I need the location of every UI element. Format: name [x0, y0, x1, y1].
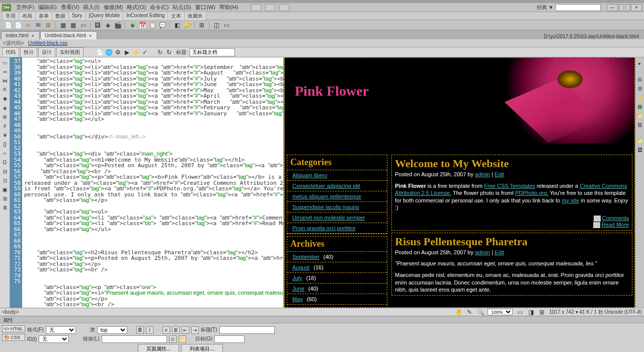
title-input[interactable]: [190, 48, 235, 56]
title-attr-input[interactable]: [219, 326, 275, 334]
mode-tab[interactable]: 表单: [35, 12, 52, 21]
files-panel-icon[interactable]: 📁: [636, 137, 643, 144]
panel-icon[interactable]: ▸: [636, 59, 643, 66]
format-select[interactable]: 无: [46, 326, 76, 334]
view-split-button[interactable]: 拆分: [20, 47, 37, 57]
vt-icon[interactable]: ▣: [1, 185, 9, 193]
link-input[interactable]: [102, 335, 167, 343]
related-source-label[interactable]: <源代码>: [3, 40, 24, 47]
vt-icon[interactable]: {}: [1, 140, 9, 148]
vt-icon[interactable]: ❦: [1, 131, 9, 139]
close-button[interactable]: ×: [631, 4, 642, 11]
archive-item[interactable]: September(40): [287, 252, 387, 262]
mode-tab[interactable]: 文本: [168, 12, 185, 21]
toolbar-icon[interactable]: 📄: [14, 21, 22, 29]
point-to-file-icon[interactable]: ⊙: [169, 335, 177, 343]
toolbar-icon[interactable]: ▭: [79, 21, 87, 29]
mode-tab[interactable]: 数据: [52, 12, 69, 21]
minimize-button[interactable]: —: [607, 4, 618, 11]
related-css-file[interactable]: Untitled-black.css: [28, 40, 67, 46]
browse-icon[interactable]: 📁: [179, 335, 186, 343]
menu-dropdown1[interactable]: [251, 4, 261, 11]
layout-label[interactable]: 经典 ▼: [537, 4, 553, 11]
menu-item[interactable]: 文件(F): [14, 3, 36, 12]
close-tab-icon[interactable]: ×: [89, 33, 92, 38]
archive-item[interactable]: July(18): [287, 273, 387, 284]
ol-button[interactable]: ≣: [172, 326, 180, 334]
panel-icon[interactable]: ⚡: [636, 94, 643, 101]
file-tab[interactable]: Untitled-black.html×: [40, 31, 98, 39]
toolbar-icon[interactable]: ◧: [173, 21, 181, 29]
toolbar-icon[interactable]: 🎬: [114, 21, 122, 29]
vt-icon[interactable]: ⊟: [1, 167, 9, 175]
vt-icon[interactable]: ✱: [1, 95, 9, 103]
vt-icon[interactable]: ⊡: [1, 176, 9, 184]
toolbar-icon[interactable]: ∞: [24, 21, 32, 29]
menu-item[interactable]: 格式(O): [125, 3, 148, 12]
archive-item[interactable]: April(46): [287, 305, 387, 308]
vt-icon[interactable]: ▭: [1, 58, 9, 66]
toolbar-icon[interactable]: 💬: [158, 21, 167, 29]
search-input[interactable]: [555, 4, 601, 11]
vt-icon[interactable]: ‹›: [1, 149, 9, 157]
css-panel-icon[interactable]: ▤: [636, 76, 643, 83]
toolbar-icon[interactable]: ▦: [59, 21, 67, 29]
view-icon[interactable]: ↻: [156, 48, 164, 56]
tag-selector[interactable]: <body>: [2, 309, 19, 315]
toolbar-icon[interactable]: 🖼: [94, 21, 102, 29]
panel-icon[interactable]: ⊞: [636, 85, 643, 92]
view-live-button[interactable]: 实时视图: [56, 47, 84, 57]
status-icon[interactable]: 🔍: [476, 308, 485, 316]
menu-item[interactable]: 修改(M): [102, 3, 125, 12]
props-html-button[interactable]: <> HTML: [2, 325, 25, 332]
status-icon[interactable]: ▭: [516, 308, 524, 316]
target-input[interactable]: [214, 335, 245, 343]
props-css-button[interactable]: 🎨 CSS: [2, 334, 25, 341]
menu-item[interactable]: 帮助(H): [217, 3, 240, 12]
category-item[interactable]: metus aliquam pellentesque: [287, 191, 387, 202]
id-select[interactable]: 无: [39, 335, 69, 343]
view-icon[interactable]: ✓: [141, 48, 149, 56]
toolbar-icon[interactable]: ⊞: [44, 21, 52, 29]
zoom-select[interactable]: 100%: [488, 309, 513, 315]
menu-dropdown3[interactable]: [279, 4, 289, 11]
admin-link[interactable]: admin: [475, 249, 490, 255]
code-editor[interactable]: 37 38 39 40 41 42 43 44 45 46 47 48 49 5…: [10, 57, 284, 308]
toolbar-icon[interactable]: 🔑: [183, 21, 191, 29]
outdent-button[interactable]: ⇤: [182, 326, 189, 334]
mysite-link[interactable]: my site: [561, 197, 579, 203]
fcss-link[interactable]: Free CSS Templates: [484, 183, 535, 189]
toolbar-icon[interactable]: ▦: [69, 21, 77, 29]
toolbar-icon[interactable]: ◈: [104, 21, 112, 29]
maximize-button[interactable]: □: [619, 4, 630, 11]
category-item[interactable]: Suspendisse iaculis mauris: [287, 202, 387, 213]
menu-dropdown2[interactable]: [265, 4, 275, 11]
view-icon[interactable]: ↻: [165, 48, 173, 56]
edit-link[interactable]: Edit: [495, 171, 504, 177]
view-icon[interactable]: ⚡: [132, 48, 140, 56]
italic-button[interactable]: I: [146, 326, 153, 334]
props-header[interactable]: 属性: [0, 316, 644, 323]
status-icon[interactable]: ◨: [527, 308, 535, 316]
category-item[interactable]: Consectetuer adipiscing elit: [287, 181, 387, 191]
toolbar-icon[interactable]: ◫: [212, 21, 220, 29]
toolbar-icon[interactable]: 📄: [4, 21, 12, 29]
mode-tab[interactable]: InContext Editing: [123, 12, 168, 21]
pd-link[interactable]: PDPhoto.org.: [515, 190, 548, 196]
toolbar-icon[interactable]: ✉: [34, 21, 42, 29]
vt-icon[interactable]: ⇔: [1, 67, 9, 76]
archive-item[interactable]: May(60): [287, 294, 387, 305]
toolbar-icon[interactable]: ⊞: [198, 21, 206, 29]
panel-icon[interactable]: 📁: [636, 112, 643, 119]
bold-button[interactable]: B: [136, 326, 144, 334]
mode-tab[interactable]: 收藏夹: [184, 12, 206, 21]
comments-link[interactable]: Comments: [602, 215, 629, 221]
indent-button[interactable]: ⇥: [191, 326, 199, 334]
category-item[interactable]: Proin gravida orci porttitor: [287, 223, 387, 234]
menu-item[interactable]: 插入(I): [81, 3, 101, 12]
panel-icon[interactable]: ▥: [636, 121, 643, 128]
view-icon[interactable]: 📄: [96, 48, 104, 56]
edit-link[interactable]: Edit: [495, 249, 504, 255]
archive-item[interactable]: June(40): [287, 284, 387, 294]
menu-item[interactable]: 查看(V): [59, 3, 82, 12]
